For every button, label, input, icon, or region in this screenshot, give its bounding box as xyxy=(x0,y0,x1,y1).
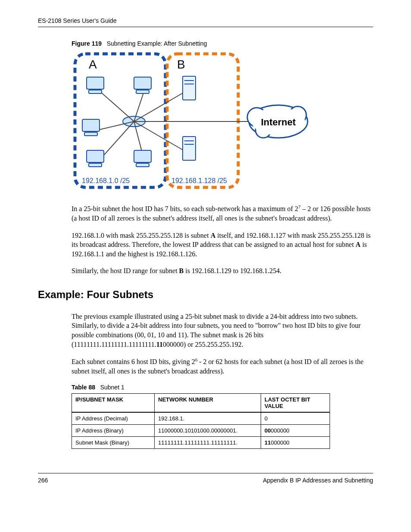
group-a-label: A xyxy=(89,58,97,71)
svg-rect-16 xyxy=(84,132,97,136)
svg-rect-12 xyxy=(89,90,102,93)
svg-rect-20 xyxy=(136,163,149,167)
table-number: Table 88 xyxy=(72,384,95,391)
paragraph-4: The previous example illustrated using a… xyxy=(72,312,373,349)
table-header: IP/SUBNET MASK xyxy=(72,393,155,412)
subnet-b-ip: 192.168.1.128 /25 xyxy=(171,177,227,184)
svg-rect-11 xyxy=(87,77,104,89)
running-header: ES-2108 Series User's Guide xyxy=(38,17,373,27)
table-row: IP Address (Decimal) 192.168.1. 0 xyxy=(72,412,330,425)
table-header: NETWORK NUMBER xyxy=(155,393,261,412)
page-number: 266 xyxy=(38,477,48,484)
section-heading: Example: Four Subnets xyxy=(38,289,373,301)
svg-rect-1 xyxy=(167,54,238,187)
svg-line-9 xyxy=(134,121,186,152)
figure-title: Subnetting Example: After Subnetting xyxy=(107,40,207,47)
table-row: Subnet Mask (Binary) 11111111.11111111.1… xyxy=(72,436,330,448)
svg-rect-17 xyxy=(87,150,104,162)
server-icon xyxy=(183,76,196,160)
subnetting-diagram: A B xyxy=(72,50,313,193)
subnet-a-ip: 192.168.1.0 /25 xyxy=(82,177,130,184)
svg-line-3 xyxy=(97,89,134,121)
internet-label: Internet xyxy=(261,117,296,128)
table-row: IP Address (Binary) 11000000.10101000.00… xyxy=(72,424,330,436)
paragraph-2: 192.168.1.0 with mask 255.255.255.128 is… xyxy=(72,231,373,259)
subnet-table: IP/SUBNET MASK NETWORK NUMBER LAST OCTET… xyxy=(72,393,330,449)
paragraph-3: Similarly, the host ID range for subnet … xyxy=(72,266,373,276)
svg-line-8 xyxy=(134,91,186,121)
svg-rect-18 xyxy=(89,163,102,167)
svg-rect-15 xyxy=(82,119,100,131)
svg-rect-13 xyxy=(134,77,151,89)
figure-caption: Figure 119 Subnetting Example: After Sub… xyxy=(72,40,373,47)
table-title: Subnet 1 xyxy=(100,384,125,391)
internet-cloud: Internet xyxy=(247,105,308,138)
paragraph-5: Each subnet contains 6 host ID bits, giv… xyxy=(72,357,373,376)
table-caption: Table 88 Subnet 1 xyxy=(72,384,373,391)
table-header: LAST OCTET BIT VALUE xyxy=(261,393,330,412)
svg-rect-14 xyxy=(136,90,149,93)
svg-rect-24 xyxy=(183,137,196,160)
svg-rect-21 xyxy=(183,76,196,100)
svg-rect-19 xyxy=(134,150,151,162)
figure-number: Figure 119 xyxy=(72,40,102,47)
group-b-label: B xyxy=(177,58,185,71)
paragraph-1: In a 25-bit subnet the host ID has 7 bit… xyxy=(72,204,373,223)
footer-appendix: Appendix B IP Addresses and Subnetting xyxy=(263,477,373,484)
